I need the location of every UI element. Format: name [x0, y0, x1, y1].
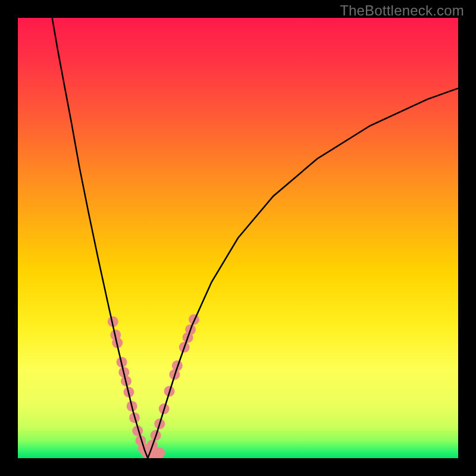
chart-svg — [18, 18, 458, 458]
chart-frame: TheBottleneck.com — [0, 0, 476, 476]
plot-area — [18, 18, 458, 458]
data-marker — [154, 447, 165, 458]
watermark-text: TheBottleneck.com — [340, 2, 464, 19]
